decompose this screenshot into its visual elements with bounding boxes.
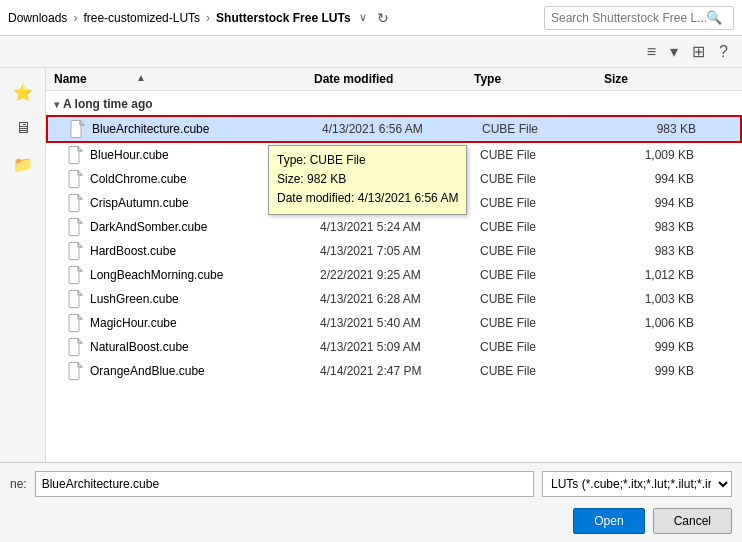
file-date: 4/13/2021 6:28 AM — [320, 292, 480, 306]
breadcrumb-customized[interactable]: free-customized-LUTs — [83, 11, 200, 25]
file-type: CUBE File — [480, 268, 610, 282]
file-size: 983 KB — [610, 244, 710, 258]
table-row[interactable]: DarkAndSomber.cube 4/13/2021 5:24 AM CUB… — [46, 215, 742, 239]
file-type: CUBE File — [480, 340, 610, 354]
file-icon — [66, 314, 86, 332]
sidebar-nav-icon[interactable]: ⭐ — [7, 76, 39, 108]
file-name: NaturalBoost.cube — [90, 340, 320, 354]
group-label: A long time ago — [63, 97, 153, 111]
breadcrumb-sep-1: › — [73, 11, 77, 25]
file-list[interactable]: ▾ A long time ago BlueArchitecture.cube … — [46, 91, 742, 462]
file-date: 4/13/2021 5:24 AM — [320, 220, 480, 234]
file-icon — [66, 266, 86, 284]
col-header-date[interactable]: Date modified — [306, 72, 466, 86]
pane-toggle-icon[interactable]: ⊞ — [688, 40, 709, 63]
file-type: CUBE File — [480, 364, 610, 378]
file-name: MagicHour.cube — [90, 316, 320, 330]
sidebar: ⭐ 🖥 📁 — [0, 68, 46, 462]
address-bar: Downloads › free-customized-LUTs › Shutt… — [0, 0, 742, 36]
file-type: CUBE File — [480, 172, 610, 186]
file-type: CUBE File — [480, 244, 610, 258]
file-name: BlueArchitecture.cube — [92, 122, 322, 136]
file-icon — [66, 146, 86, 164]
file-icon — [66, 170, 86, 188]
file-date: 2/22/2021 9:25 AM — [320, 268, 480, 282]
file-date: 4/13/2021 5:09 AM — [320, 340, 480, 354]
file-size: 994 KB — [610, 172, 710, 186]
table-row[interactable]: MagicHour.cube 4/13/2021 5:40 AM CUBE Fi… — [46, 311, 742, 335]
file-size: 1,012 KB — [610, 268, 710, 282]
file-name: HardBoost.cube — [90, 244, 320, 258]
bottom-bar: ne: LUTs (*.cube;*.itx;*.lut;*.ilut;*.ir… — [0, 462, 742, 504]
column-headers: ▲ Name Date modified Type Size — [46, 68, 742, 91]
table-row[interactable]: NaturalBoost.cube 4/13/2021 5:09 AM CUBE… — [46, 335, 742, 359]
open-button[interactable]: Open — [573, 508, 644, 534]
file-date: 4/13/2021 6:56 AM — [320, 148, 480, 162]
help-icon[interactable]: ? — [715, 41, 732, 63]
search-input[interactable] — [551, 11, 706, 25]
table-row[interactable]: CrispAutumn.cube 4/13/2021 6:43 AM CUBE … — [46, 191, 742, 215]
file-name: CrispAutumn.cube — [90, 196, 320, 210]
file-name: OrangeAndBlue.cube — [90, 364, 320, 378]
sort-arrow-icon: ▲ — [136, 72, 146, 83]
file-size: 1,009 KB — [610, 148, 710, 162]
svg-marker-25 — [78, 267, 83, 272]
filename-input[interactable] — [35, 471, 534, 497]
file-size: 983 KB — [612, 122, 712, 136]
file-icon — [66, 242, 86, 260]
table-row[interactable]: LushGreen.cube 4/13/2021 6:28 AM CUBE Fi… — [46, 287, 742, 311]
breadcrumb-downloads[interactable]: Downloads — [8, 11, 67, 25]
svg-marker-5 — [78, 147, 83, 152]
file-size: 983 KB — [610, 220, 710, 234]
svg-marker-41 — [78, 363, 83, 368]
svg-marker-33 — [78, 315, 83, 320]
table-row[interactable]: HardBoost.cube 4/13/2021 7:05 AM CUBE Fi… — [46, 239, 742, 263]
table-row[interactable]: BlueArchitecture.cube 4/13/2021 6:56 AM … — [46, 115, 742, 143]
file-name: ColdChrome.cube — [90, 172, 320, 186]
file-size: 999 KB — [610, 364, 710, 378]
group-chevron-icon: ▾ — [54, 99, 59, 110]
file-name: BlueHour.cube — [90, 148, 320, 162]
breadcrumb-current[interactable]: Shutterstock Free LUTs — [216, 11, 350, 25]
file-area: ▲ Name Date modified Type Size ▾ A long … — [46, 68, 742, 462]
sidebar-pc-icon[interactable]: 🖥 — [7, 112, 39, 144]
file-icon — [66, 338, 86, 356]
sidebar-folder-icon[interactable]: 📁 — [7, 148, 39, 180]
file-type: CUBE File — [480, 316, 610, 330]
cancel-button[interactable]: Cancel — [653, 508, 732, 534]
filename-label: ne: — [10, 477, 27, 491]
file-type: CUBE File — [480, 292, 610, 306]
file-type: CUBE File — [480, 196, 610, 210]
col-header-size[interactable]: Size — [596, 72, 696, 86]
table-row[interactable]: OrangeAndBlue.cube 4/14/2021 2:47 PM CUB… — [46, 359, 742, 383]
col-header-type[interactable]: Type — [466, 72, 596, 86]
view-dropdown-icon[interactable]: ▾ — [666, 40, 682, 63]
svg-marker-13 — [78, 195, 83, 200]
svg-marker-29 — [78, 291, 83, 296]
filetype-select[interactable]: LUTs (*.cube;*.itx;*.lut;*.ilut;*.irl — [542, 471, 732, 497]
view-details-icon[interactable]: ≡ — [643, 41, 660, 63]
table-row[interactable]: ColdChrome.cube 4/13/2021 6:56 AM CUBE F… — [46, 167, 742, 191]
file-icon — [68, 120, 88, 138]
file-icon — [66, 362, 86, 380]
search-box[interactable]: 🔍 — [544, 6, 734, 30]
file-icon — [66, 218, 86, 236]
svg-marker-21 — [78, 243, 83, 248]
svg-marker-37 — [78, 339, 83, 344]
table-row[interactable]: BlueHour.cube 4/13/2021 6:56 AM CUBE Fil… — [46, 143, 742, 167]
refresh-icon[interactable]: ↻ — [377, 10, 389, 26]
file-name: DarkAndSomber.cube — [90, 220, 320, 234]
col-header-name[interactable]: Name — [46, 72, 306, 86]
svg-marker-17 — [78, 219, 83, 224]
table-row[interactable]: LongBeachMorning.cube 2/22/2021 9:25 AM … — [46, 263, 742, 287]
file-icon — [66, 290, 86, 308]
file-size: 1,006 KB — [610, 316, 710, 330]
file-type: CUBE File — [482, 122, 612, 136]
file-date: 4/14/2021 2:47 PM — [320, 364, 480, 378]
file-date: 4/13/2021 5:40 AM — [320, 316, 480, 330]
address-chevron-icon[interactable]: ∨ — [359, 11, 367, 24]
buttons-row: Open Cancel — [0, 504, 742, 542]
file-size: 999 KB — [610, 340, 710, 354]
group-header-longtime[interactable]: ▾ A long time ago — [46, 91, 742, 115]
file-size: 994 KB — [610, 196, 710, 210]
